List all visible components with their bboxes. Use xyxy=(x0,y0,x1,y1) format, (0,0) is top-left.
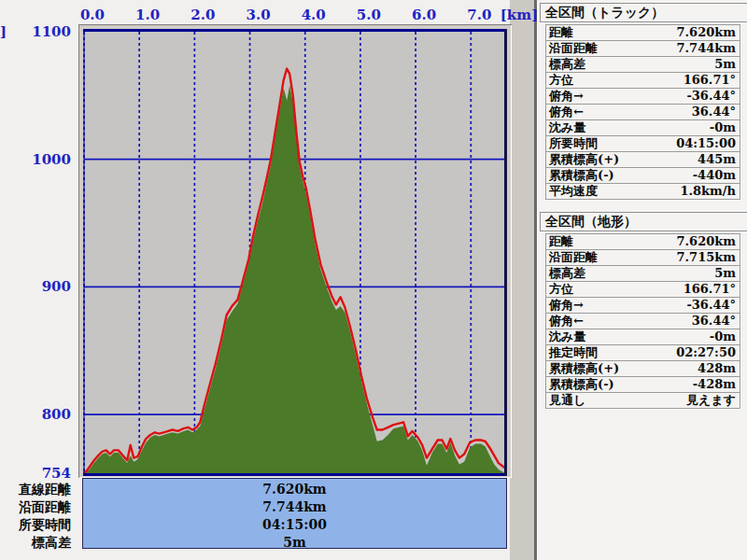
stat-label: 平均速度 xyxy=(549,184,598,199)
stat-label: 俯角← xyxy=(549,105,584,119)
stat-value: 5m xyxy=(714,266,736,281)
stat-value: -0m xyxy=(710,329,736,344)
stat-value: 428m xyxy=(698,361,736,376)
stat-row: 累積標高(+)428m xyxy=(545,360,740,377)
summary-label: 所要時間 xyxy=(0,516,71,533)
stat-label: 距離 xyxy=(549,234,573,249)
stat-label: 標高差 xyxy=(549,266,585,281)
stat-row: 標高差5m xyxy=(545,265,740,282)
stat-value: -36.44° xyxy=(686,89,736,104)
stat-row: 累積標高(+)445m xyxy=(545,151,740,168)
stat-label: 距離 xyxy=(549,25,573,40)
summary-label: 標高差 xyxy=(0,534,71,551)
stat-value: 36.44° xyxy=(692,105,736,119)
x-tick-label: 2.0 xyxy=(182,7,223,23)
x-axis-unit: [km] xyxy=(499,7,540,23)
stat-value: 5m xyxy=(714,57,736,72)
stat-value: 7.715km xyxy=(677,250,736,265)
stat-label: 俯角← xyxy=(549,314,584,329)
stat-row: 所要時間04:15:00 xyxy=(545,135,740,152)
stat-row: 距離7.620km xyxy=(545,233,740,250)
stat-row: 見通し見えます xyxy=(545,392,740,409)
y-tick-label: 800 xyxy=(13,406,71,423)
stat-label: 所要時間 xyxy=(549,136,598,151)
stat-row: 沿面距離7.744km xyxy=(545,40,740,57)
stat-row: 方位166.71° xyxy=(545,281,740,298)
group-title: 全区間（トラック） xyxy=(540,3,747,22)
stat-row: 沈み量-0m xyxy=(545,329,740,345)
chart-margin-band xyxy=(510,0,534,560)
stat-row: 推定時間02:27:50 xyxy=(545,344,740,361)
stat-value: 7.620km xyxy=(677,234,736,249)
stat-value: 36.44° xyxy=(692,314,736,329)
stat-label: 標高差 xyxy=(549,57,585,72)
stat-row: 沈み量-0m xyxy=(545,119,740,136)
y-tick-label: 1000 xyxy=(13,151,71,168)
stat-label: 累積標高(+) xyxy=(549,361,619,376)
stat-value: 02:27:50 xyxy=(676,345,736,360)
stat-label: 沈み量 xyxy=(549,329,585,344)
y-tick-label: 900 xyxy=(13,278,71,295)
y-axis-unit-clipped: ] xyxy=(0,23,7,40)
stat-row: 俯角←36.44° xyxy=(545,104,740,120)
plot-frame-right xyxy=(504,29,507,476)
stat-value: 7.620km xyxy=(677,25,736,40)
y-tick-label: 754 xyxy=(13,465,71,482)
stat-value: 166.71° xyxy=(684,73,736,88)
stat-row: 累積標高(-)-440m xyxy=(545,167,740,184)
stat-value: 04:15:00 xyxy=(676,136,736,151)
x-tick-label: 4.0 xyxy=(293,7,334,23)
x-tick-label: 6.0 xyxy=(403,7,444,23)
stat-row: 距離7.620km xyxy=(545,24,740,41)
y-tick-label: 1100 xyxy=(13,23,71,40)
x-tick-label: 5.0 xyxy=(348,7,389,23)
stat-value: -428m xyxy=(693,377,736,392)
stat-label: 方位 xyxy=(549,73,573,88)
elevation-chart xyxy=(78,24,512,478)
stat-label: 沿面距離 xyxy=(549,41,598,56)
stat-value: 1.8km/h xyxy=(680,184,736,199)
x-tick-label: 1.0 xyxy=(127,7,168,23)
elevation-profile-window: ] 0.01.02.03.04.05.06.07.0[km] 110010009… xyxy=(0,0,747,560)
plot-frame-top xyxy=(83,29,507,32)
stat-label: 沿面距離 xyxy=(549,250,598,265)
statistics-panel: 全区間（トラック）距離7.620km沿面距離7.744km標高差5m方位166.… xyxy=(538,0,747,560)
stat-value: 166.71° xyxy=(684,282,736,297)
stat-row: 俯角←36.44° xyxy=(545,313,740,329)
stat-value: -440m xyxy=(693,168,736,183)
stat-label: 累積標高(+) xyxy=(549,152,619,167)
summary-value: 7.620km xyxy=(83,481,506,497)
group-title: 全区間（地形） xyxy=(540,212,747,231)
stat-table: 距離7.620km沿面距離7.744km標高差5m方位166.71°俯角→-36… xyxy=(545,25,740,200)
stat-label: 方位 xyxy=(549,282,573,297)
summary-label: 沿面距離 xyxy=(0,498,71,515)
plot-frame-left xyxy=(83,29,85,476)
stat-table: 距離7.620km沿面距離7.715km標高差5m方位166.71°俯角→-36… xyxy=(545,234,740,409)
stat-label: 推定時間 xyxy=(549,345,598,360)
summary-label: 直線距離 xyxy=(0,481,71,497)
stat-row: 俯角→-36.44° xyxy=(545,297,740,314)
stat-row: 標高差5m xyxy=(545,56,740,73)
summary-box: 7.620km7.744km04:15:005m xyxy=(82,478,507,549)
plot-frame-bottom xyxy=(83,473,507,476)
stat-row: 方位166.71° xyxy=(545,72,740,89)
summary-value: 04:15:00 xyxy=(83,516,506,533)
stat-row: 累積標高(-)-428m xyxy=(545,376,740,393)
stat-label: 沈み量 xyxy=(549,120,585,135)
stat-value: 7.744km xyxy=(677,41,736,56)
summary-value: 5m xyxy=(83,534,506,551)
stat-value: 445m xyxy=(698,152,736,167)
stat-row: 俯角→-36.44° xyxy=(545,88,740,105)
stat-label: 累積標高(-) xyxy=(549,377,614,392)
stat-label: 見通し xyxy=(549,393,585,408)
stat-label: 累積標高(-) xyxy=(549,168,614,183)
elevation-plot-area[interactable] xyxy=(83,29,507,476)
summary-value: 7.744km xyxy=(83,498,506,515)
stat-value: -36.44° xyxy=(686,298,736,313)
stat-value: -0m xyxy=(710,120,736,135)
stat-row: 沿面距離7.715km xyxy=(545,249,740,266)
x-tick-label: 7.0 xyxy=(458,7,500,23)
stat-label: 俯角→ xyxy=(549,89,584,104)
stat-label: 俯角→ xyxy=(549,298,584,313)
x-tick-label: 3.0 xyxy=(238,7,279,23)
